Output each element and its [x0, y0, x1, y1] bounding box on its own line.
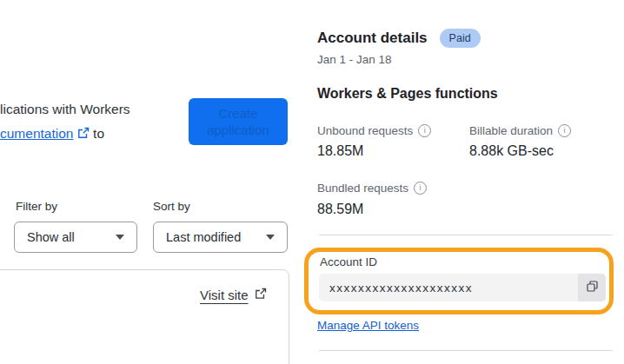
date-range: Jan 1 - Jan 18 [317, 53, 392, 66]
stat-label-unbound-requests: Unbound requests i [317, 124, 431, 137]
info-icon[interactable]: i [418, 124, 431, 137]
stat-label-bundled-requests: Bundled requests i [317, 182, 427, 195]
workers-pages-dashboard: lications with Workers cumentation to Cr… [0, 0, 624, 364]
application-card [0, 269, 289, 364]
plan-badge: Paid [440, 29, 481, 48]
sort-dropdown-value: Last modified [166, 230, 241, 244]
stat-label-billable-duration: Billable duration i [469, 124, 571, 137]
manage-api-tokens-link[interactable]: Manage API tokens [317, 319, 419, 332]
external-link-icon [255, 288, 267, 302]
account-id-label: Account ID [320, 255, 377, 268]
filter-by-label: Filter by [16, 200, 57, 213]
visit-site-label: Visit site [200, 288, 249, 302]
chevron-down-icon [116, 235, 124, 240]
sort-dropdown[interactable]: Last modified [153, 222, 288, 253]
create-application-button[interactable]: Create application [189, 98, 288, 145]
intro-text: lications with Workers cumentation to [0, 97, 130, 146]
intro-line-1: lications with Workers [0, 97, 130, 122]
stat-value-billable-duration: 8.88k GB-sec [469, 143, 554, 159]
account-id-field: xxxxxxxxxxxxxxxxxxxx [319, 274, 606, 301]
filter-dropdown[interactable]: Show all [14, 222, 137, 253]
account-details-title: Account details [317, 30, 428, 47]
info-icon[interactable]: i [558, 124, 571, 137]
workers-pages-functions-title: Workers & Pages functions [317, 86, 498, 102]
copy-icon [586, 280, 599, 295]
divider [319, 350, 613, 351]
sort-by-label: Sort by [153, 200, 190, 213]
documentation-link[interactable]: cumentation [0, 126, 73, 141]
stat-value-unbound-requests: 18.85M [317, 143, 363, 159]
external-link-icon [77, 122, 90, 147]
visit-site-link[interactable]: Visit site [200, 288, 267, 302]
intro-suffix: to [93, 126, 104, 141]
intro-line-2: cumentation to [0, 122, 130, 147]
copy-account-id-button[interactable] [578, 274, 606, 301]
filter-dropdown-value: Show all [27, 230, 75, 244]
account-id-value[interactable]: xxxxxxxxxxxxxxxxxxxx [319, 274, 578, 301]
chevron-down-icon [266, 235, 275, 240]
account-details-header: Account details Paid [317, 29, 481, 48]
divider [319, 235, 613, 235]
info-icon[interactable]: i [414, 182, 427, 195]
stat-value-bundled-requests: 88.59M [317, 202, 363, 217]
